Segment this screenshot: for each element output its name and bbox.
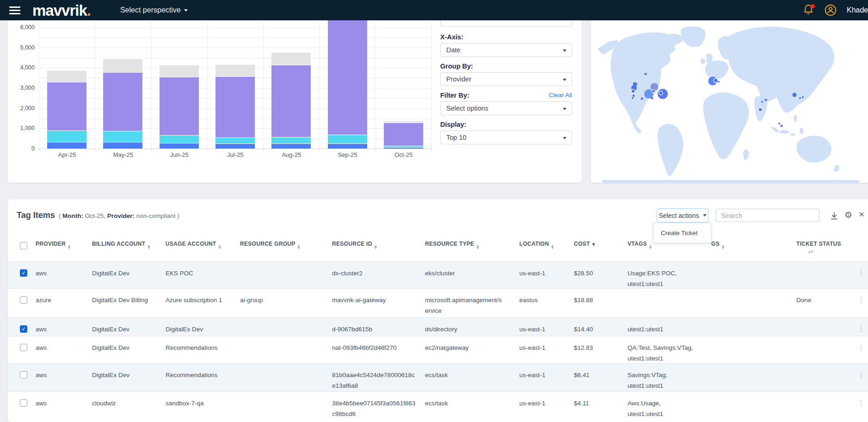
bar-oct-25 [384,121,423,149]
x-axis-tick-label: Sep-25 [319,151,376,158]
map-location-dot[interactable] [802,96,804,98]
map-location-dot[interactable] [641,98,643,100]
segment-purple[interactable] [271,65,311,137]
map-location-dot[interactable] [758,108,762,112]
cell-billing: DigitalEx Dev [92,370,162,380]
map-location-dot[interactable] [651,97,653,99]
row-actions-kebab-icon[interactable]: ⋮ [858,370,868,380]
menu-item-create-ticket[interactable]: Create Ticket [654,223,711,242]
filter-by-dropdown[interactable]: Select options [440,101,572,115]
map-location-dot[interactable] [781,125,783,127]
y-axis-tick-label: 6,000 [14,24,35,31]
cell-usage: EKS POC [166,268,236,279]
close-icon[interactable]: × [859,209,864,220]
download-icon[interactable] [830,211,838,220]
segment-blue[interactable] [160,143,199,149]
x-axis-filter-group: X-Axis: Date [440,33,572,57]
row-checkbox[interactable] [20,371,27,379]
search-input[interactable] [716,209,819,222]
settings-gear-icon[interactable]: ⚙ [844,210,852,220]
column-header-usage[interactable]: USAGE ACCOUNT▲▼ [166,241,236,249]
segment-cyan[interactable] [271,137,311,143]
sort-icon: ▲▼ [477,245,479,249]
segment-cyan[interactable] [160,135,199,143]
map-location-dot[interactable] [633,95,635,97]
column-header-group[interactable]: RESOURCE GROUP▲▼ [240,241,314,249]
map-location-dot[interactable] [631,89,635,93]
segment-gray[interactable] [271,52,311,65]
segment-purple[interactable] [384,123,423,146]
cell-vtags: QA:Test, Savings:VTag,utest1:utest1 [628,342,708,364]
map-location-dot[interactable] [652,90,655,93]
segment-gray[interactable] [47,70,86,82]
hamburger-menu-icon[interactable] [9,6,20,14]
segment-blue[interactable] [271,143,311,149]
segment-blue[interactable] [215,143,255,149]
row-checkbox[interactable] [20,325,27,333]
cell-kebab: ⋮ [858,295,868,305]
map-location-dot[interactable] [645,73,647,75]
segment-blue[interactable] [47,142,86,149]
map-location-dot[interactable] [718,81,720,83]
segment-cyan[interactable] [328,135,367,143]
map-location-dot[interactable] [714,79,718,83]
segment-purple[interactable] [47,82,86,130]
user-avatar-icon[interactable] [825,4,837,16]
map-location-dot[interactable] [761,101,763,103]
group-by-value: Provider [446,75,471,83]
row-actions-kebab-icon[interactable]: ⋮ [858,398,868,409]
column-header-rid[interactable]: RESOURCE ID▲▼ [332,241,420,249]
map-location-dot[interactable] [659,91,663,95]
segment-purple[interactable] [328,20,367,135]
row-checkbox[interactable] [20,344,27,351]
cell-rid: dx-cluster2 [332,268,420,279]
column-header-gs[interactable]: GS▲▼ [711,241,737,249]
group-by-dropdown[interactable]: Provider [440,72,572,86]
map-location-dot[interactable] [778,123,780,124]
column-header-billing[interactable]: BILLING ACCOUNT▲▼ [92,241,162,249]
segment-cyan[interactable] [215,137,255,143]
segment-gray[interactable] [215,64,255,76]
select-all-checkbox[interactable] [20,242,27,249]
map-location-dot[interactable] [793,93,797,97]
row-actions-kebab-icon[interactable]: ⋮ [858,268,868,279]
row-actions-kebab-icon[interactable]: ⋮ [858,324,868,335]
row-actions-kebab-icon[interactable]: ⋮ [858,342,868,353]
column-header-cost[interactable]: COST▼ [574,241,618,248]
cell-location: us-east-1 [519,370,569,380]
row-checkbox[interactable] [20,296,27,304]
row-actions-kebab-icon[interactable]: ⋮ [858,295,868,305]
display-dropdown[interactable]: Top 10 [440,130,572,144]
column-header-location[interactable]: LOCATION▲▼ [519,241,569,249]
map-location-dot[interactable] [799,97,801,99]
column-header-label: RESOURCE ID [332,241,372,247]
cutoff-top-dropdown[interactable] [440,20,572,27]
map-location-dot[interactable] [632,97,634,99]
segment-blue[interactable] [384,147,423,149]
segment-purple[interactable] [160,77,199,135]
row-checkbox[interactable] [20,399,27,407]
cell-vtags: utest1:utest1 [628,324,708,335]
x-axis-dropdown[interactable]: Date [440,43,572,57]
segment-cyan[interactable] [47,130,86,142]
segment-gray[interactable] [160,65,199,77]
column-header-rtype[interactable]: RESOURCE TYPE▲▼ [425,241,511,249]
column-header-provider[interactable]: PROVIDER▲▼ [36,241,89,249]
chart-gridline [263,20,264,149]
sort-icon: ▲▼ [722,245,724,249]
segment-gray[interactable] [103,59,142,72]
column-header-status[interactable]: TICKET STATUS▲▼ [796,241,847,253]
segment-purple[interactable] [103,72,142,131]
perspective-selector[interactable]: Select perspective [120,6,188,14]
y-axis-tick-label: 5,000 [14,44,35,51]
notifications-bell-icon[interactable] [803,4,814,16]
row-checkbox[interactable] [20,269,27,277]
map-location-dot[interactable] [765,99,767,101]
segment-cyan[interactable] [103,131,142,142]
clear-all-link[interactable]: Clear All [549,92,572,99]
segment-blue[interactable] [328,143,367,149]
segment-purple[interactable] [215,76,255,137]
select-actions-button[interactable]: Select actions [657,208,708,223]
sort-icon: ▲▼ [218,245,221,249]
segment-blue[interactable] [103,142,142,149]
